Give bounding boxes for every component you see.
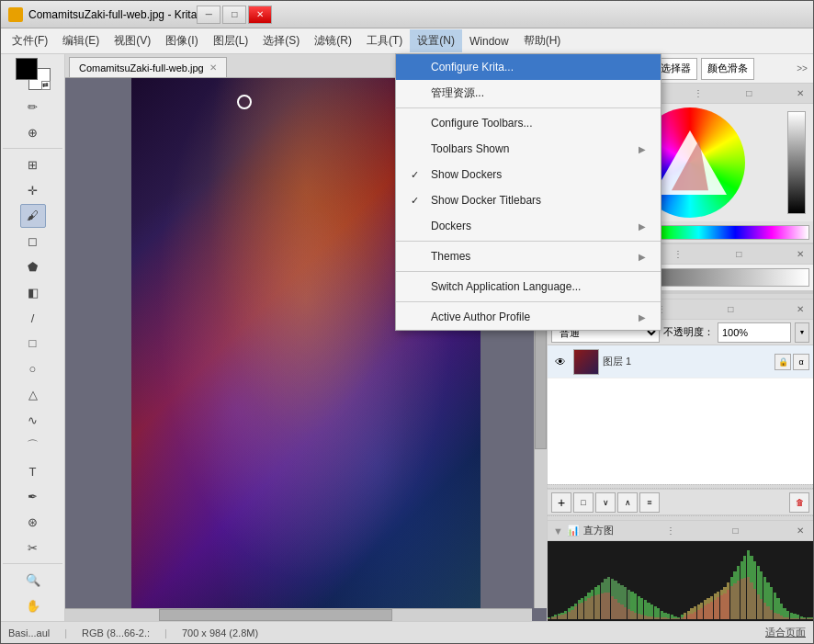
menu-label-dockers: Dockers (431, 220, 471, 232)
menu-item-dockers[interactable]: Dockers▶ (396, 213, 661, 239)
menu-item-manage-resources[interactable]: 管理资源... (396, 80, 661, 106)
menu-item-switch-language[interactable]: Switch Application Language... (396, 274, 661, 299)
menu-arrow-dockers: ▶ (639, 221, 646, 232)
menu-arrow-active-author: ▶ (639, 312, 646, 322)
menu-item-configure-toolbars[interactable]: Configure Toolbars... (396, 110, 661, 136)
menu-arrow-toolbars-shown: ▶ (639, 144, 646, 154)
menu-arrow-themes: ▶ (639, 252, 646, 262)
menu-item-themes[interactable]: Themes▶ (396, 243, 661, 269)
menu-item-show-docker-titlebars[interactable]: ✓Show Docker Titlebars (396, 187, 661, 213)
menu-item-configure-krita[interactable]: Configure Krita... (396, 54, 661, 80)
menu-label-themes: Themes (431, 250, 470, 263)
menu-label-manage-resources: 管理资源... (431, 85, 484, 101)
menu-label-show-dockers: Show Dockers (431, 168, 502, 181)
settings-dropdown-menu: Configure Krita...管理资源...Configure Toolb… (395, 53, 661, 331)
menu-label-active-author: Active Author Profile (431, 311, 530, 323)
menu-check-show-dockers: ✓ (411, 169, 424, 181)
dropdown-overlay[interactable]: Configure Krita...管理资源...Configure Toolb… (0, 0, 814, 644)
menu-separator (396, 271, 661, 272)
menu-label-switch-language: Switch Application Language... (431, 280, 581, 293)
menu-separator (396, 107, 661, 108)
menu-label-show-docker-titlebars: Show Docker Titlebars (431, 194, 541, 207)
menu-check-show-docker-titlebars: ✓ (411, 195, 424, 207)
menu-label-toolbars-shown: Toolbars Shown (431, 142, 509, 155)
menu-item-active-author[interactable]: Active Author Profile▶ (396, 304, 661, 330)
menu-separator (396, 301, 661, 302)
menu-label-configure-krita: Configure Krita... (431, 61, 514, 73)
menu-item-show-dockers[interactable]: ✓Show Dockers (396, 162, 661, 187)
menu-separator (396, 241, 661, 242)
menu-label-configure-toolbars: Configure Toolbars... (431, 117, 533, 130)
menu-item-toolbars-shown[interactable]: Toolbars Shown▶ (396, 136, 661, 162)
